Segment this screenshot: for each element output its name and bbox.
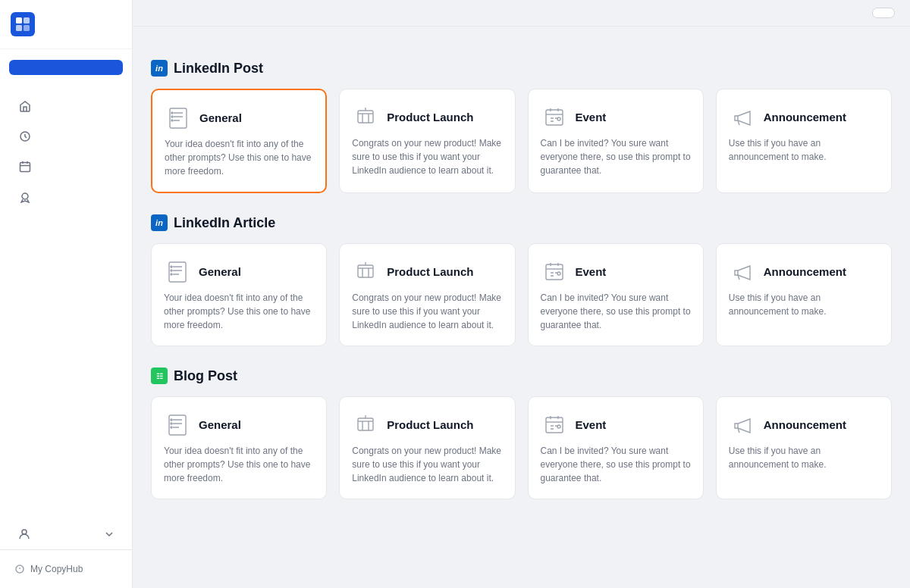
card-header-row: Event bbox=[541, 411, 691, 438]
sidebar-bottom: My CopyHub bbox=[0, 549, 132, 588]
card-icon-product-launch bbox=[352, 258, 379, 285]
main-content: inLinkedIn Post General Your idea doesn'… bbox=[133, 27, 910, 588]
svg-point-11 bbox=[171, 116, 173, 117]
card-desc: Your idea doesn't fit into any of the ot… bbox=[164, 444, 314, 485]
card-header-row: Event bbox=[541, 103, 691, 130]
card-icon-event bbox=[541, 411, 568, 438]
card-linkedin-article-general[interactable]: General Your idea doesn't fit into any o… bbox=[151, 243, 327, 346]
svg-rect-25 bbox=[169, 415, 186, 435]
account-icon bbox=[18, 528, 30, 540]
card-desc: Can I be invited? You sure want everyone… bbox=[541, 444, 691, 485]
svg-point-27 bbox=[171, 423, 172, 424]
card-linkedin-post-event[interactable]: Event Can I be invited? You sure want ev… bbox=[528, 89, 704, 193]
card-header-row: Product Launch bbox=[352, 103, 502, 130]
card-title: General bbox=[199, 418, 241, 431]
card-title: Event bbox=[576, 265, 607, 278]
card-desc: Your idea doesn't fit into any of the ot… bbox=[164, 291, 314, 332]
card-blog-post-announcement[interactable]: Announcement Use this if you have an ann… bbox=[716, 396, 892, 499]
logo-icon bbox=[11, 12, 35, 36]
card-title: General bbox=[199, 265, 241, 278]
create-post-button[interactable] bbox=[9, 60, 123, 75]
card-icon-announcement bbox=[729, 411, 756, 438]
card-desc: Congrats on your new product! Make sure … bbox=[352, 136, 502, 177]
card-linkedin-article-product-launch[interactable]: Product Launch Congrats on your new prod… bbox=[339, 243, 515, 346]
card-icon-general bbox=[164, 258, 191, 285]
card-linkedin-article-announcement[interactable]: Announcement Use this if you have an ann… bbox=[716, 243, 892, 346]
sidebar-item-summary[interactable] bbox=[6, 122, 126, 151]
svg-point-19 bbox=[171, 270, 172, 271]
summary-icon bbox=[18, 130, 32, 143]
card-icon-product-launch bbox=[352, 103, 379, 130]
sidebar-item-calendar[interactable] bbox=[6, 152, 126, 181]
card-title: Announcement bbox=[764, 265, 846, 278]
card-title: General bbox=[199, 111, 242, 124]
card-icon-announcement bbox=[729, 103, 756, 130]
card-icon-general bbox=[164, 411, 191, 438]
card-header-row: Announcement bbox=[729, 258, 879, 285]
section-linkedin-article: inLinkedIn Article General Your idea doe… bbox=[151, 214, 892, 346]
card-header-row: General bbox=[164, 411, 314, 438]
card-linkedin-post-product-launch[interactable]: Product Launch Congrats on your new prod… bbox=[339, 89, 515, 193]
section-title-linkedin-post: LinkedIn Post bbox=[174, 61, 263, 77]
svg-rect-2 bbox=[16, 25, 22, 31]
card-desc: Congrats on your new product! Make sure … bbox=[352, 291, 502, 332]
card-title: Product Launch bbox=[387, 111, 473, 124]
section-blog-post: ☷Blog Post General Your idea doesn't fit… bbox=[151, 368, 892, 499]
sidebar-bottom-item[interactable]: My CopyHub bbox=[9, 558, 123, 580]
section-linkedin-post: inLinkedIn Post General Your idea doesn'… bbox=[151, 60, 892, 193]
card-blog-post-product-launch[interactable]: Product Launch Congrats on your new prod… bbox=[339, 396, 515, 499]
section-header-linkedin-article: inLinkedIn Article bbox=[151, 214, 892, 231]
card-title: Event bbox=[576, 418, 607, 431]
sidebar-bottom-label: My CopyHub bbox=[30, 564, 83, 574]
card-header-row: Event bbox=[541, 258, 691, 285]
svg-rect-29 bbox=[358, 418, 373, 430]
svg-point-23 bbox=[557, 272, 560, 275]
card-title: Announcement bbox=[764, 111, 846, 124]
achievements-icon bbox=[18, 190, 32, 204]
card-linkedin-post-general[interactable]: General Your idea doesn't fit into any o… bbox=[151, 89, 327, 193]
sidebar-item-achievements[interactable] bbox=[6, 183, 126, 211]
svg-rect-5 bbox=[20, 163, 30, 172]
card-icon-general bbox=[165, 104, 192, 131]
sidebar-item-account[interactable] bbox=[6, 521, 126, 548]
section-title-linkedin-article: LinkedIn Article bbox=[174, 215, 275, 231]
card-desc: Use this if you have an announcement to … bbox=[729, 291, 879, 318]
card-desc: Congrats on your new product! Make sure … bbox=[352, 444, 502, 485]
card-desc: Your idea doesn't fit into any of the ot… bbox=[165, 137, 313, 178]
svg-point-18 bbox=[171, 266, 172, 267]
section-header-linkedin-post: inLinkedIn Post bbox=[151, 60, 892, 77]
card-header-row: General bbox=[164, 258, 314, 285]
card-icon-announcement bbox=[729, 258, 756, 285]
svg-rect-13 bbox=[358, 111, 373, 123]
card-title: Product Launch bbox=[387, 418, 473, 431]
svg-point-6 bbox=[22, 193, 28, 199]
svg-point-12 bbox=[171, 120, 173, 121]
sidebar-item-home[interactable] bbox=[6, 92, 126, 120]
section-header-blog-post: ☷Blog Post bbox=[151, 368, 892, 384]
tokens-badge bbox=[872, 8, 895, 18]
header bbox=[133, 0, 910, 27]
card-blog-post-general[interactable]: General Your idea doesn't fit into any o… bbox=[151, 396, 327, 499]
nav-list bbox=[0, 86, 132, 519]
svg-rect-1 bbox=[24, 17, 30, 23]
svg-rect-9 bbox=[170, 108, 187, 128]
card-desc: Can I be invited? You sure want everyone… bbox=[541, 291, 691, 332]
card-title: Product Launch bbox=[387, 265, 473, 278]
svg-rect-17 bbox=[169, 262, 186, 282]
card-blog-post-event[interactable]: Event Can I be invited? You sure want ev… bbox=[528, 396, 704, 499]
card-icon-product-launch bbox=[352, 411, 379, 438]
main-wrap: inLinkedIn Post General Your idea doesn'… bbox=[133, 0, 910, 588]
card-header-row: Announcement bbox=[729, 411, 879, 438]
card-header-row: General bbox=[165, 104, 313, 131]
svg-point-31 bbox=[557, 425, 560, 428]
card-linkedin-post-announcement[interactable]: Announcement Use this if you have an ann… bbox=[716, 89, 892, 193]
svg-rect-21 bbox=[358, 265, 373, 277]
card-header-row: Product Launch bbox=[352, 258, 502, 285]
card-icon-event bbox=[541, 103, 568, 130]
card-linkedin-article-event[interactable]: Event Can I be invited? You sure want ev… bbox=[528, 243, 704, 346]
card-header-row: Product Launch bbox=[352, 411, 502, 438]
calendar-icon bbox=[18, 160, 32, 174]
card-header-row: Announcement bbox=[729, 103, 879, 130]
svg-rect-0 bbox=[16, 17, 22, 23]
home-icon bbox=[18, 99, 32, 113]
